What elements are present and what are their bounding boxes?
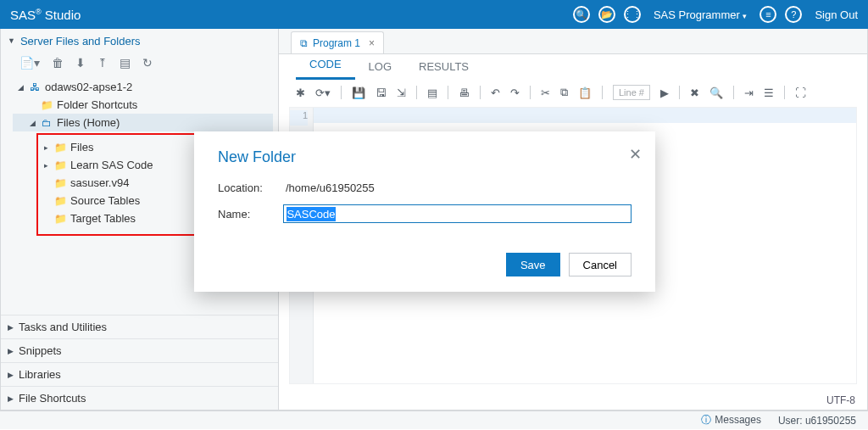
print-icon[interactable]: 🖶	[459, 87, 470, 99]
paste-icon[interactable]: 📋	[578, 87, 592, 99]
role-dropdown[interactable]: SAS Programmer ▾	[654, 8, 748, 21]
history-icon[interactable]: ⟳▾	[315, 87, 331, 99]
panel-libraries[interactable]: ▶Libraries	[1, 362, 278, 386]
saveas-icon[interactable]: 🖫	[376, 87, 387, 99]
panel-snippets[interactable]: ▶Snippets	[1, 338, 278, 362]
export-icon[interactable]: ⇲	[397, 87, 406, 99]
download-icon[interactable]: ⬇	[75, 56, 86, 70]
panel-server-files[interactable]: ▼ Server Files and Folders	[1, 29, 278, 53]
open-icon[interactable]: 📂	[598, 5, 616, 24]
panel-label: Libraries	[19, 368, 61, 381]
cancel-button[interactable]: Cancel	[569, 253, 632, 276]
tree-label: Learn SAS Code	[70, 159, 153, 171]
info-icon: ⓘ	[701, 414, 711, 426]
tab-log[interactable]: LOG	[355, 55, 405, 80]
menu-icon[interactable]: ≡	[759, 5, 777, 24]
panel-label: Snippets	[19, 344, 62, 357]
folder-icon: 📁	[53, 195, 67, 207]
panel-fileshortcuts[interactable]: ▶File Shortcuts	[1, 386, 278, 410]
panel-title: Server Files and Folders	[20, 35, 141, 47]
tree-label: Target Tables	[70, 212, 136, 225]
name-input-value: SASCode	[287, 207, 335, 221]
indent-icon[interactable]: ⇥	[744, 87, 754, 99]
name-label: Name:	[218, 208, 283, 221]
folder-icon: 📁	[53, 142, 67, 154]
encoding-label: UTF-8	[815, 391, 867, 410]
status-bar: ⓘMessages User: u61950255	[0, 410, 868, 429]
copy-icon[interactable]: ⧉	[560, 86, 568, 99]
properties-icon[interactable]: ▤	[120, 56, 131, 70]
new-icon[interactable]: 📄▾	[19, 56, 40, 70]
dialog-title: New Folder	[218, 148, 632, 166]
apps-icon[interactable]: ⋮⋮	[623, 5, 642, 24]
server-icon: 🖧	[28, 81, 42, 93]
location-value: /home/u61950255	[286, 181, 375, 194]
location-label: Location:	[218, 181, 286, 194]
collapse-icon: ▼	[8, 36, 15, 45]
tree-label: sasuser.v94	[70, 176, 129, 189]
program-icon: ⧉	[300, 37, 308, 49]
run-icon[interactable]: ✱	[296, 87, 305, 99]
tree-files-home[interactable]: ◢🗀 Files (Home)	[13, 114, 273, 131]
play-icon[interactable]: ▶	[660, 87, 669, 99]
app-title: SAS® Studio	[10, 8, 81, 22]
summary-icon[interactable]: ▤	[427, 87, 437, 99]
options-icon[interactable]: ☰	[764, 87, 774, 99]
home-folder-icon: 🗀	[40, 117, 53, 129]
panel-label: File Shortcuts	[19, 392, 86, 405]
refresh-icon[interactable]: ↻	[142, 56, 153, 70]
clear-icon[interactable]: ✖	[690, 87, 699, 99]
maximize-icon[interactable]: ⛶	[795, 87, 806, 99]
folder-shortcut-icon: 📁	[40, 99, 53, 111]
tab-results[interactable]: RESULTS	[405, 55, 482, 80]
undo-icon[interactable]: ↶	[491, 87, 500, 99]
help-icon[interactable]: ?	[784, 5, 803, 24]
tree-folder-shortcuts[interactable]: 📁 Folder Shortcuts	[13, 96, 273, 114]
editor-toolbar: ✱ ⟳▾ 💾 🖫 ⇲ ▤ 🖶 ↶ ↷ ✂ ⧉ 📋 Line # ▶ ✖ 🔍 ⇥	[279, 80, 867, 107]
sidebar-toolbar: 📄▾ 🗑 ⬇ ⤒ ▤ ↻	[1, 53, 278, 75]
top-app-bar: SAS® Studio 🔍 📂 ⋮⋮ SAS Programmer ▾ ≡ ? …	[0, 0, 868, 29]
tree-server-node[interactable]: ◢🖧 odaws02-apse1-2	[13, 78, 273, 96]
tree-label: Folder Shortcuts	[57, 98, 137, 111]
delete-icon[interactable]: 🗑	[52, 56, 64, 70]
name-input[interactable]: SASCode	[283, 204, 632, 223]
tab-code[interactable]: CODE	[296, 53, 355, 80]
folder-icon: 📁	[53, 177, 67, 189]
cut-icon[interactable]: ✂	[541, 87, 550, 99]
folder-icon: 📁	[53, 159, 67, 171]
redo-icon[interactable]: ↷	[510, 87, 520, 99]
messages-link[interactable]: ⓘMessages	[701, 413, 761, 427]
goto-line-input[interactable]: Line #	[613, 85, 650, 100]
tree-label: Source Tables	[70, 194, 140, 207]
tree-label: Files (Home)	[57, 116, 120, 129]
save-button[interactable]: Save	[506, 253, 560, 276]
folder-icon: 📁	[53, 213, 67, 225]
search-icon[interactable]: 🔍	[572, 5, 591, 24]
dialog-close-icon[interactable]: ✕	[629, 145, 642, 164]
gutter-line-1: 1	[290, 110, 308, 126]
sign-out-link[interactable]: Sign Out	[815, 8, 858, 21]
file-tabstrip: ⧉ Program 1 ×	[279, 29, 867, 54]
tree-label: Files	[70, 141, 93, 154]
file-tab-program1[interactable]: ⧉ Program 1 ×	[291, 31, 384, 53]
close-tab-icon[interactable]: ×	[369, 37, 375, 49]
editor-subtabs: CODE LOG RESULTS	[279, 54, 867, 80]
panel-tasks[interactable]: ▶Tasks and Utilities	[1, 315, 278, 338]
new-folder-dialog: ✕ New Folder Location: /home/u61950255 N…	[194, 131, 655, 292]
tree-label: odaws02-apse1-2	[45, 81, 132, 93]
save-icon[interactable]: 💾	[352, 87, 365, 99]
file-tab-label: Program 1	[313, 37, 360, 49]
find-icon[interactable]: 🔍	[709, 87, 723, 99]
code-line-1[interactable]	[314, 108, 856, 123]
panel-label: Tasks and Utilities	[19, 321, 107, 333]
status-user: User: u61950255	[778, 415, 856, 427]
upload-icon[interactable]: ⤒	[97, 56, 108, 70]
